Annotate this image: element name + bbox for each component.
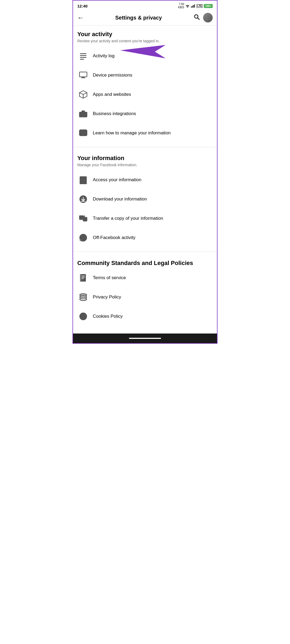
search-button[interactable]	[193, 14, 200, 22]
off-facebook-icon: F	[77, 232, 89, 244]
off-facebook-label: Off-Facebook activity	[93, 235, 135, 240]
page-title: Settings & privacy	[115, 15, 162, 21]
svg-rect-12	[79, 72, 87, 77]
bottom-bar	[73, 334, 217, 343]
battery-icon: 100+	[204, 4, 213, 8]
svg-rect-14	[82, 77, 84, 78]
access-information-icon	[77, 174, 89, 186]
purple-arrow-annotation	[120, 44, 174, 61]
signal-icon	[191, 4, 195, 8]
terms-of-service-icon	[77, 272, 89, 284]
menu-item-activity-log[interactable]: Activity log	[77, 46, 213, 66]
status-icons: 7.83KB/S LTE 100+	[178, 3, 213, 9]
back-button[interactable]: ←	[77, 14, 84, 21]
svg-rect-1	[191, 6, 192, 8]
privacy-policy-label: Privacy Policy	[93, 294, 121, 300]
menu-item-cookies-policy[interactable]: Cookies Policy	[77, 307, 213, 326]
header-actions	[193, 13, 213, 22]
section-your-activity: Your activity Review your activity and c…	[73, 25, 217, 145]
download-information-icon	[77, 193, 89, 205]
svg-rect-7	[80, 53, 86, 54]
apps-websites-label: Apps and websites	[93, 92, 131, 97]
menu-item-transfer-information[interactable]: Transfer a copy of your information	[77, 209, 213, 228]
content-area: Your activity Review your activity and c…	[73, 25, 217, 328]
svg-rect-4	[194, 4, 195, 7]
svg-rect-9	[80, 57, 86, 58]
status-time: 12:40	[77, 4, 87, 8]
menu-item-download-information[interactable]: Download your information	[77, 190, 213, 209]
menu-item-device-permissions[interactable]: Device permissions	[77, 66, 213, 85]
menu-item-business-integrations[interactable]: Business integrations	[77, 104, 213, 123]
section-title-information: Your information	[77, 155, 213, 162]
divider-1	[73, 147, 217, 147]
section-title-community: Community Standards and Legal Policies	[77, 259, 213, 267]
privacy-policy-icon	[77, 291, 89, 303]
svg-rect-8	[80, 55, 86, 56]
section-your-information: Your information Manage your Facebook in…	[73, 149, 217, 249]
activity-log-icon	[77, 50, 89, 62]
svg-text:F: F	[80, 239, 81, 241]
download-information-label: Download your information	[93, 196, 147, 202]
svg-rect-38	[82, 277, 85, 278]
avatar[interactable]	[203, 13, 213, 22]
svg-point-0	[187, 7, 188, 8]
section-title-activity: Your activity	[77, 31, 213, 38]
menu-item-access-information[interactable]: Access your information	[77, 170, 213, 190]
device-permissions-label: Device permissions	[93, 73, 132, 78]
menu-item-terms-of-service[interactable]: Terms of service	[77, 268, 213, 287]
cookies-policy-icon	[77, 310, 89, 322]
network-speed: 7.83KB/S	[178, 3, 184, 9]
business-integrations-icon	[77, 108, 89, 120]
status-bar: 12:40 7.83KB/S LTE 100+	[73, 1, 217, 10]
transfer-information-icon	[77, 213, 89, 224]
section-community-legal: Community Standards and Legal Policies T…	[73, 254, 217, 328]
svg-rect-39	[82, 278, 84, 279]
svg-line-6	[197, 18, 199, 20]
transfer-information-label: Transfer a copy of your information	[93, 216, 163, 221]
svg-rect-36	[80, 274, 81, 282]
section-subtitle-activity: Review your activity and content you're …	[77, 39, 213, 43]
access-information-label: Access your information	[93, 177, 141, 183]
app-header: ← Settings & privacy	[73, 10, 217, 25]
divider-2	[73, 252, 217, 252]
svg-text:?: ?	[82, 131, 84, 134]
svg-rect-28	[79, 216, 83, 219]
learn-manage-label: Learn how to manage your information	[93, 130, 171, 136]
svg-rect-3	[193, 5, 194, 8]
home-indicator	[129, 338, 161, 339]
svg-marker-11	[120, 45, 166, 58]
svg-rect-29	[83, 217, 87, 221]
business-integrations-label: Business integrations	[93, 111, 136, 116]
activity-log-label: Activity log	[93, 53, 115, 59]
cookies-policy-label: Cookies Policy	[93, 314, 123, 319]
apps-websites-icon	[77, 89, 89, 100]
menu-item-learn-manage[interactable]: ? Learn how to manage your information	[77, 123, 213, 143]
device-permissions-icon	[77, 69, 89, 81]
svg-rect-37	[82, 276, 85, 276]
svg-rect-10	[80, 59, 84, 60]
menu-item-off-facebook[interactable]: F Off-Facebook activity	[77, 228, 213, 247]
svg-point-42	[80, 298, 87, 301]
learn-manage-icon: ?	[77, 127, 89, 139]
menu-item-privacy-policy[interactable]: Privacy Policy	[77, 287, 213, 307]
section-subtitle-information: Manage your Facebook information.	[77, 163, 213, 167]
menu-item-apps-websites[interactable]: Apps and websites	[77, 85, 213, 104]
terms-of-service-label: Terms of service	[93, 275, 126, 281]
svg-rect-2	[192, 6, 193, 7]
wifi-icon	[185, 4, 190, 8]
lte-badge: LTE	[196, 4, 203, 8]
